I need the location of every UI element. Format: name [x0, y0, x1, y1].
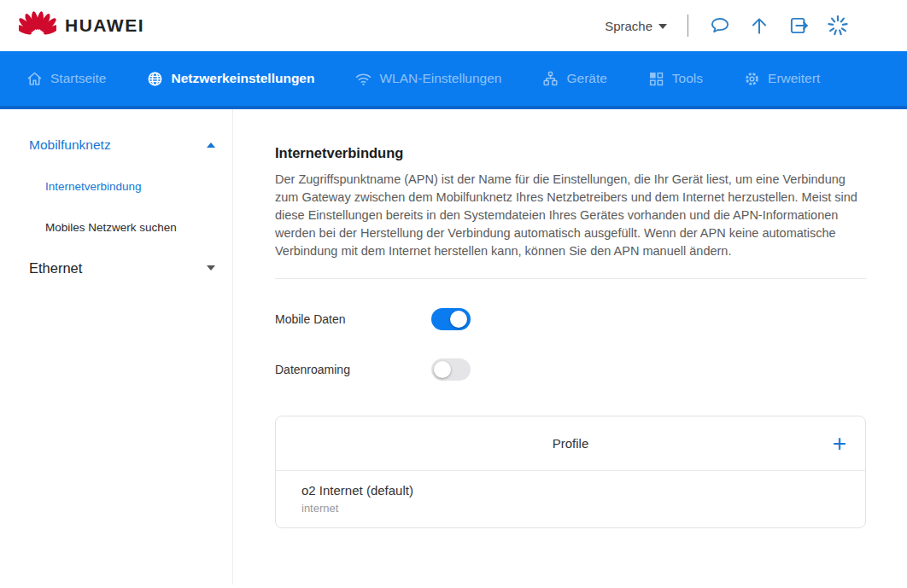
page-title: Internetverbindung [275, 145, 866, 161]
tab-label: Netzwerkeinstellungen [171, 71, 314, 86]
language-dropdown[interactable]: Sprache [605, 19, 667, 33]
data-roaming-label: Datenroaming [275, 363, 431, 376]
tab-label: Tools [672, 71, 703, 86]
tab-label: Erweitert [768, 71, 820, 86]
tab-label: Startseite [50, 71, 106, 86]
add-profile-button[interactable]: + [833, 432, 846, 456]
gear-icon [743, 70, 761, 88]
globe-icon [146, 70, 164, 88]
profile-card-title: Profile [553, 436, 589, 451]
tools-grid-icon [647, 70, 665, 88]
main-panel: Internetverbindung Der Zugriffspunktname… [233, 109, 907, 585]
header-divider [688, 15, 688, 37]
top-header: HUAWEI Sprache [0, 0, 907, 51]
brand-name: HUAWEI [65, 15, 144, 36]
sidebar-item-label: Internetverbindung [45, 180, 142, 193]
data-roaming-toggle[interactable] [431, 358, 471, 381]
main-navbar: Startseite Netzwerkeinstellungen WLAN-Ei… [0, 51, 907, 109]
profile-name: o2 Internet (default) [301, 483, 840, 498]
toggle-knob [450, 311, 467, 328]
wifi-icon [354, 70, 372, 88]
mobile-data-label: Mobile Daten [275, 312, 431, 326]
toggle-knob [434, 361, 451, 378]
tab-tools[interactable]: Tools [647, 70, 703, 88]
huawei-flower-icon [19, 11, 56, 40]
tab-geraete[interactable]: Geräte [541, 70, 606, 88]
profile-card-header: Profile + [276, 416, 865, 471]
language-label: Sprache [605, 19, 652, 33]
sidebar-item-label: Mobiles Netzwerk suchen [45, 221, 177, 234]
sidebar-item-mobiles-netzwerk-suchen[interactable]: Mobiles Netzwerk suchen [0, 207, 232, 247]
chevron-up-icon [207, 143, 215, 148]
chat-icon[interactable] [709, 15, 731, 37]
profile-list-item[interactable]: o2 Internet (default) internet [276, 471, 865, 527]
sidebar-group-mobilfunknetz[interactable]: Mobilfunknetz [0, 125, 232, 166]
chevron-down-icon [207, 265, 215, 271]
devices-icon [541, 70, 559, 88]
profile-apn: internet [301, 502, 840, 515]
sidebar-item-internetverbindung[interactable]: Internetverbindung [0, 166, 232, 207]
logout-icon[interactable] [787, 15, 810, 37]
chevron-down-icon [658, 24, 667, 29]
sidebar-group-label: Mobilfunknetz [29, 137, 111, 153]
tab-netzwerkeinstellungen[interactable]: Netzwerkeinstellungen [146, 70, 314, 88]
profile-card: Profile + o2 Internet (default) internet [275, 416, 866, 528]
tab-erweitert[interactable]: Erweitert [743, 70, 820, 88]
tab-label: Geräte [566, 71, 606, 86]
sidebar-group-label: Ethernet [29, 260, 82, 277]
home-icon [26, 70, 44, 88]
settings-sidebar: Mobilfunknetz Internetverbindung Mobiles… [0, 109, 233, 585]
sidebar-group-ethernet[interactable]: Ethernet [0, 247, 232, 288]
tab-startseite[interactable]: Startseite [26, 70, 106, 88]
huawei-logo: HUAWEI [19, 11, 144, 40]
spinner-icon[interactable] [827, 15, 849, 37]
mobile-data-toggle[interactable] [431, 308, 471, 330]
tab-wlan-einstellungen[interactable]: WLAN-Einstellungen [354, 70, 501, 88]
apn-description: Der Zugriffspunktname (APN) ist der Name… [275, 171, 866, 260]
section-divider [275, 278, 866, 279]
upload-arrow-icon[interactable] [748, 15, 770, 37]
tab-label: WLAN-Einstellungen [379, 71, 501, 86]
